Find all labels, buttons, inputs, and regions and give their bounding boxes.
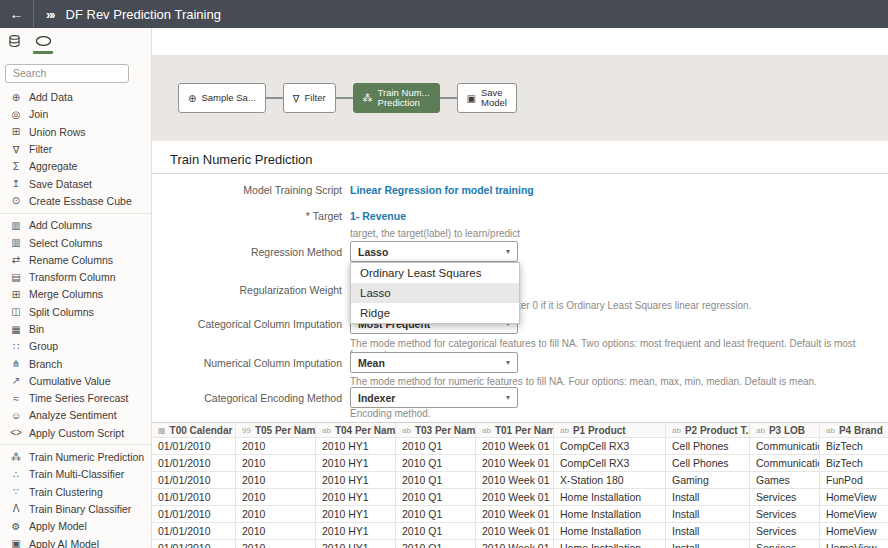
column-header-t03-per-nam[interactable]: abT03 Per Nam... (396, 423, 476, 437)
page-title: DF Rev Prediction Training (66, 7, 221, 22)
table-row: 01/01/201020102010 HY12010 Q12010 Week 0… (152, 455, 888, 472)
target-link[interactable]: 1- Revenue (350, 210, 406, 222)
text-type-icon: ab (402, 426, 411, 435)
step-label: Save Model (481, 88, 507, 109)
sidebar-item-apply-custom-script[interactable]: <>Apply Custom Script (0, 424, 151, 441)
table-cell: HomeView (820, 540, 888, 548)
sidebar-item-train-clustering[interactable]: ∵Train Clustering (0, 483, 151, 500)
column-header-t01-per-nam[interactable]: abT01 Per Nam... (476, 423, 554, 437)
tab-data-elements[interactable] (8, 34, 21, 48)
field-label-regression-method: Regression Method (152, 246, 342, 258)
sidebar-item-label: Apply AI Model (29, 538, 99, 548)
table-cell: 2010 Week 01 (476, 472, 554, 488)
sidebar-item-label: Filter (29, 143, 52, 155)
table-cell: 01/01/2010 (152, 506, 236, 522)
dropdown-option-ridge[interactable]: Ridge (351, 303, 519, 323)
table-cell: 2010 HY1 (316, 438, 396, 454)
sidebar-item-select-columns[interactable]: ▥Select Columns (0, 234, 151, 251)
sidebar-item-time-series-forecast[interactable]: ≈Time Series Forecast (0, 390, 151, 407)
table-cell: 2010 Week 01 (476, 506, 554, 522)
categorical-encoding-method-select[interactable]: Indexer ▾ (350, 387, 518, 408)
sidebar-item-label: Apply Model (29, 520, 87, 532)
merge-columns-icon: ⊞ (9, 289, 23, 300)
table-row: 01/01/201020102010 HY12010 Q12010 Week 0… (152, 523, 888, 540)
sidebar-item-save-dataset[interactable]: ↥Save Dataset (0, 175, 151, 192)
dataflow-icon: »› (46, 7, 54, 22)
column-header-t00-calendar[interactable]: ▦T00 Calendar ... (152, 423, 236, 437)
text-type-icon: ab (560, 426, 569, 435)
table-cell: 2010 HY1 (316, 489, 396, 505)
table-cell: 01/01/2010 (152, 472, 236, 488)
column-header-t05-per-nam[interactable]: 99T05 Per Nam... (236, 423, 316, 437)
workflow-step-train-num-prediction[interactable]: ⁂Train Num... Prediction (353, 83, 440, 113)
column-header-t04-per-nam[interactable]: abT04 Per Nam... (316, 423, 396, 437)
sidebar-item-add-columns[interactable]: ▥Add Columns (0, 217, 151, 234)
back-button[interactable]: ← (0, 0, 34, 28)
sidebar-item-label: Branch (29, 358, 62, 370)
sidebar-item-join[interactable]: ◎Join (0, 106, 151, 123)
sidebar-item-analyze-sentiment[interactable]: ☺Analyze Sentiment (0, 407, 151, 424)
table-cell: 2010 Week 01 (476, 489, 554, 505)
field-label-regularization-weight: Regularization Weight (152, 284, 342, 296)
model-training-script-link[interactable]: Linear Regression for model training (350, 184, 534, 196)
table-row: 01/01/201020102010 HY12010 Q12010 Week 0… (152, 506, 888, 523)
table-cell: 01/01/2010 (152, 455, 236, 471)
regression-method-value: Lasso (358, 246, 388, 258)
sidebar-item-transform-column[interactable]: ▤Transform Column (0, 268, 151, 285)
column-header-p1-product[interactable]: abP1 Product (554, 423, 666, 437)
table-cell: Install (666, 540, 750, 548)
sidebar-item-branch[interactable]: ⋔Branch (0, 355, 151, 372)
workflow-step-sample-sa[interactable]: ⊕Sample Sa... (178, 83, 266, 113)
tab-steps[interactable] (33, 34, 53, 54)
sidebar-item-train-multi-classifier[interactable]: ∴Train Multi-Classifier (0, 466, 151, 483)
table-cell: HomeView (820, 489, 888, 505)
sidebar-item-rename-columns[interactable]: ⇄Rename Columns (0, 251, 151, 268)
filter-icon: ∇ (293, 93, 300, 104)
cumulative-value-icon: ↗ (9, 375, 23, 386)
sidebar-item-merge-columns[interactable]: ⊞Merge Columns (0, 286, 151, 303)
save-model-icon: ▣ (467, 93, 476, 104)
sidebar-item-aggregate[interactable]: ΣAggregate (0, 158, 151, 175)
sidebar-item-label: Bin (29, 323, 44, 335)
sidebar-item-group[interactable]: ∷Group (0, 338, 151, 355)
column-header-p4-brand[interactable]: abP4 Brand (820, 423, 888, 437)
field-label-target: *Target (152, 210, 342, 222)
dropdown-option-lasso[interactable]: Lasso (351, 283, 519, 303)
column-header-p2-product-t[interactable]: abP2 Product T... (666, 423, 750, 437)
numerical-column-imputation-select[interactable]: Mean ▾ (350, 352, 518, 373)
sidebar-item-filter[interactable]: ∇Filter (0, 140, 151, 157)
sample-icon: ⊕ (188, 93, 196, 104)
table-cell: Cell Phones (666, 438, 750, 454)
train-binary-classifier-icon: Λ (9, 503, 23, 514)
workflow-step-filter[interactable]: ∇Filter (283, 83, 336, 113)
train-clustering-icon: ∵ (9, 486, 23, 497)
sidebar-item-create-essbase-cube[interactable]: ⊙Create Essbase Cube (0, 192, 151, 209)
sidebar-item-apply-model[interactable]: ⚙Apply Model (0, 518, 151, 535)
regression-method-select[interactable]: Lasso ▾ (350, 241, 518, 262)
sidebar-item-add-data[interactable]: ⊕Add Data (0, 89, 151, 106)
workflow-step-save-model[interactable]: ▣Save Model (457, 83, 517, 113)
branch-icon: ⋔ (9, 358, 23, 369)
column-header-label: T03 Per Nam... (415, 425, 476, 436)
column-header-label: T00 Calendar ... (170, 425, 236, 436)
sidebar-item-train-binary-classifier[interactable]: ΛTrain Binary Classifier (0, 500, 151, 517)
table-cell: HomeView (820, 523, 888, 539)
split-columns-icon: ◫ (9, 306, 23, 317)
sidebar-item-bin[interactable]: ▦Bin (0, 320, 151, 337)
column-header-p3-lob[interactable]: abP3 LOB (750, 423, 820, 437)
sidebar-item-cumulative-value[interactable]: ↗Cumulative Value (0, 372, 151, 389)
sidebar-tabs (0, 28, 151, 58)
numerical-column-imputation-helper: The mode method for numeric features to … (350, 376, 817, 387)
sidebar-item-train-numeric-prediction[interactable]: ⁂Train Numeric Prediction (0, 448, 151, 465)
sidebar-item-split-columns[interactable]: ◫Split Columns (0, 303, 151, 320)
sidebar-item-apply-ai-model[interactable]: ▣Apply AI Model (0, 535, 151, 548)
dropdown-option-ordinary-least-squares[interactable]: Ordinary Least Squares (351, 263, 519, 283)
filter-icon: ∇ (9, 144, 23, 155)
table-cell: 2010 (236, 540, 316, 548)
sidebar-item-label: Aggregate (29, 160, 77, 172)
sidebar-item-label: Time Series Forecast (29, 392, 128, 404)
table-cell: 2010 Week 01 (476, 455, 554, 471)
text-type-icon: ab (826, 426, 835, 435)
search-input[interactable] (5, 64, 129, 83)
sidebar-item-union-rows[interactable]: ⊞Union Rows (0, 123, 151, 140)
